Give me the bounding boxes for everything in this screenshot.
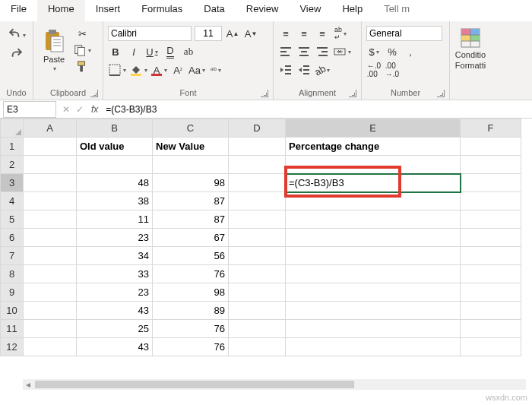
cell[interactable]: 33: [77, 265, 153, 283]
wrap-text-button[interactable]: ab↵: [333, 26, 348, 41]
select-all-button[interactable]: [1, 119, 24, 138]
col-header-A[interactable]: A: [24, 119, 77, 138]
conditional-formatting-button[interactable]: Conditio Formatti: [454, 23, 486, 70]
cell[interactable]: 67: [153, 229, 229, 247]
horizontal-scrollbar[interactable]: ◂: [23, 379, 526, 390]
align-right-button[interactable]: [315, 44, 330, 59]
cell[interactable]: 43: [77, 338, 153, 356]
cell[interactable]: 25: [77, 320, 153, 338]
row-header[interactable]: 1: [1, 138, 24, 156]
cell[interactable]: 98: [153, 283, 229, 302]
cell[interactable]: 34: [77, 247, 153, 265]
tab-data[interactable]: Data: [193, 0, 235, 21]
col-header-F[interactable]: F: [461, 119, 521, 138]
tab-file[interactable]: File: [0, 0, 37, 21]
copy-button[interactable]: [73, 43, 91, 58]
number-format-select[interactable]: [366, 26, 442, 41]
cell[interactable]: 38: [77, 192, 153, 210]
cell[interactable]: 11: [77, 210, 153, 229]
bold-button[interactable]: B: [108, 44, 123, 59]
row-header[interactable]: 4: [1, 192, 24, 210]
alignment-dialog-icon[interactable]: [349, 90, 356, 97]
superscript-button[interactable]: A²: [170, 62, 185, 78]
row-header[interactable]: 10: [1, 302, 24, 320]
decrease-decimal-button[interactable]: .00→.0: [385, 62, 400, 78]
font-name-select[interactable]: [108, 26, 192, 41]
col-header-E[interactable]: E: [286, 119, 461, 138]
tab-formulas[interactable]: Formulas: [131, 0, 193, 21]
case-button[interactable]: Aa: [188, 62, 205, 78]
col-header-D[interactable]: D: [229, 119, 286, 138]
number-dialog-icon[interactable]: [437, 90, 445, 97]
italic-button[interactable]: I: [126, 44, 141, 59]
row-header[interactable]: 9: [1, 283, 24, 302]
cell[interactable]: New Value: [153, 138, 229, 156]
cell[interactable]: 23: [77, 283, 153, 302]
cell[interactable]: 87: [153, 192, 229, 210]
enter-formula-icon[interactable]: ✓: [73, 104, 87, 115]
decrease-indent-button[interactable]: [278, 62, 293, 78]
tab-review[interactable]: Review: [236, 0, 290, 21]
double-underline-button[interactable]: D: [163, 44, 178, 59]
currency-button[interactable]: $: [366, 44, 382, 59]
col-header-C[interactable]: C: [153, 119, 229, 138]
align-top-button[interactable]: ≡: [278, 26, 293, 41]
grow-font-button[interactable]: A▲: [225, 26, 240, 41]
align-middle-button[interactable]: ≡: [296, 26, 312, 41]
phonetic-button[interactable]: ᵃᵇ: [208, 62, 223, 78]
tell-me[interactable]: Tell m: [373, 0, 420, 21]
merge-button[interactable]: [333, 44, 351, 59]
cell[interactable]: 23: [77, 229, 153, 247]
row-header[interactable]: 11: [1, 320, 24, 338]
shrink-font-button[interactable]: A▼: [243, 26, 258, 41]
strikethrough-button[interactable]: ab: [181, 44, 196, 59]
cell[interactable]: 76: [153, 320, 229, 338]
col-header-B[interactable]: B: [77, 119, 153, 138]
font-color-button[interactable]: A: [150, 62, 167, 78]
align-center-button[interactable]: [296, 44, 312, 59]
redo-button[interactable]: [5, 47, 28, 62]
cut-button[interactable]: ✂: [73, 26, 91, 41]
percent-button[interactable]: %: [385, 44, 400, 59]
font-dialog-icon[interactable]: [261, 90, 268, 97]
formula-input[interactable]: =(C3-B3)/B3: [103, 103, 532, 115]
cell[interactable]: 48: [77, 174, 153, 192]
row-header[interactable]: 2: [1, 156, 24, 174]
cell[interactable]: 89: [153, 302, 229, 320]
worksheet[interactable]: A B C D E F 1 Old value New Value Percen…: [0, 119, 532, 356]
cell[interactable]: 87: [153, 210, 229, 229]
align-left-button[interactable]: [278, 44, 293, 59]
format-painter-button[interactable]: [73, 59, 91, 74]
row-header[interactable]: 6: [1, 229, 24, 247]
tab-view[interactable]: View: [289, 0, 331, 21]
row-header[interactable]: 5: [1, 210, 24, 229]
paste-button[interactable]: Paste: [38, 29, 70, 72]
name-box[interactable]: [3, 101, 56, 118]
tab-help[interactable]: Help: [331, 0, 373, 21]
row-header[interactable]: 3: [1, 174, 24, 192]
cell[interactable]: 43: [77, 302, 153, 320]
cell[interactable]: 76: [153, 338, 229, 356]
font-size-select[interactable]: [195, 26, 222, 41]
fx-icon[interactable]: fx: [87, 104, 103, 115]
cell[interactable]: 56: [153, 247, 229, 265]
row-header[interactable]: 12: [1, 338, 24, 356]
undo-button[interactable]: [5, 27, 28, 43]
clipboard-dialog-icon[interactable]: [90, 90, 98, 97]
increase-decimal-button[interactable]: ←.0.00: [366, 62, 382, 78]
tab-home[interactable]: Home: [37, 0, 85, 21]
cell[interactable]: 98: [153, 174, 229, 192]
comma-button[interactable]: ,: [403, 44, 418, 59]
cancel-formula-icon[interactable]: ✕: [59, 104, 73, 115]
orientation-button[interactable]: ab: [315, 62, 330, 78]
active-cell[interactable]: =(C3-B3)/B3: [286, 174, 461, 192]
increase-indent-button[interactable]: [296, 62, 312, 78]
fill-color-button[interactable]: [129, 62, 147, 78]
cell[interactable]: Percentage change: [286, 138, 461, 156]
cell[interactable]: 76: [153, 265, 229, 283]
borders-button[interactable]: [108, 62, 126, 78]
row-header[interactable]: 8: [1, 265, 24, 283]
align-bottom-button[interactable]: ≡: [315, 26, 330, 41]
tab-insert[interactable]: Insert: [85, 0, 131, 21]
cell[interactable]: Old value: [77, 138, 153, 156]
